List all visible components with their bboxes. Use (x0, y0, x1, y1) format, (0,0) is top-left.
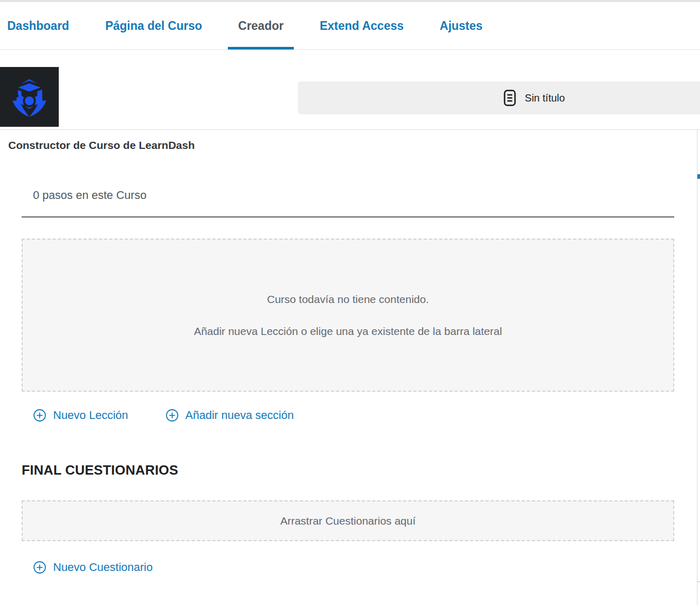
sidebar-edge-notch (697, 581, 700, 582)
new-quiz-label: Nuevo Cuestionario (53, 561, 153, 574)
tab-builder[interactable]: Creador (228, 2, 294, 49)
tab-extend-access[interactable]: Extend Access (309, 2, 414, 49)
new-lesson-label: Nuevo Lección (53, 409, 128, 422)
quizzes-dropzone[interactable]: Arrastrar Cuestionarios aquí (22, 500, 674, 541)
steps-count: 0 pasos en este Curso (33, 189, 146, 202)
tab-settings[interactable]: Ajustes (429, 2, 493, 49)
empty-state-line1: Curso todavía no tiene contenido. (267, 293, 429, 306)
course-title-placeholder: Sin título (525, 92, 565, 104)
tab-dashboard[interactable]: Dashboard (0, 2, 79, 49)
circle-plus-icon (33, 561, 46, 574)
quiz-dropzone-label: Arrastrar Cuestionarios aquí (280, 515, 416, 527)
new-lesson-button[interactable]: Nuevo Lección (33, 409, 128, 422)
learndash-course-builder-page: Dashboard Página del Curso Creador Exten… (0, 0, 700, 605)
builder-body: Constructor de Curso de LearnDash 0 paso… (0, 130, 700, 605)
new-section-button[interactable]: Añadir nueva sección (165, 409, 294, 422)
steps-divider (22, 216, 674, 217)
tab-course-page[interactable]: Página del Curso (95, 2, 212, 49)
course-title-field[interactable]: Sin título (298, 81, 700, 114)
lesson-actions: Nuevo Lección Añadir nueva sección (33, 409, 294, 422)
sidebar-edge-accent (697, 174, 700, 179)
lessons-dropzone[interactable]: Curso todavía no tiene contenido. Añadir… (22, 239, 674, 392)
new-section-label: Añadir nueva sección (186, 409, 294, 422)
circle-plus-icon (165, 409, 179, 422)
builder-heading: Constructor de Curso de LearnDash (8, 139, 195, 152)
builder-header: Sin título (0, 51, 700, 130)
circle-plus-icon (33, 409, 46, 422)
course-tabs: Dashboard Página del Curso Creador Exten… (0, 2, 700, 50)
sidebar-edge-border (697, 130, 697, 605)
final-quizzes-heading: FINAL CUESTIONARIOS (22, 462, 178, 478)
graduation-cap-hexagon-logo (5, 72, 54, 122)
quiz-actions: Nuevo Cuestionario (33, 561, 153, 574)
new-quiz-button[interactable]: Nuevo Cuestionario (33, 561, 153, 574)
site-logo (0, 67, 59, 127)
document-lines-icon (502, 89, 518, 107)
empty-state-line2: Añadir nueva Lección o elige una ya exis… (194, 325, 502, 338)
